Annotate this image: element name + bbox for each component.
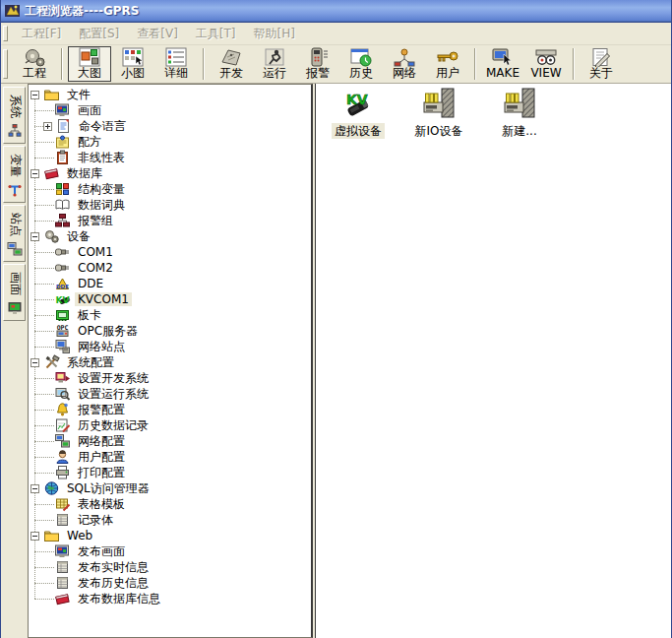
tree-item-label: 板卡 [75,308,104,322]
tree-expander[interactable] [31,358,39,367]
toolbar-button-alarm[interactable]: 报警 [296,46,339,82]
board-icon [54,307,71,323]
tree-item[interactable]: 历史数据记录 [29,417,311,433]
menu-item-project[interactable]: 工程[F] [13,23,70,44]
tree-item[interactable]: 板卡 [29,307,311,323]
tree-item[interactable]: 设置运行系统 [29,386,311,402]
toolbar-button-make[interactable]: MAKE [481,46,524,82]
tree-expander[interactable] [43,122,52,131]
tb-make-icon [490,47,516,67]
toolbar-button-run[interactable]: 运行 [253,46,296,82]
sidebar-tab-screen[interactable]: 画面 [3,264,26,321]
tree-item[interactable]: 结构变量 [29,181,311,197]
toolbar-grip[interactable] [3,49,8,79]
tree-item[interactable]: 记录体 [29,512,311,528]
menu-item-help[interactable]: 帮助[H] [245,23,304,44]
menu-item-tools[interactable]: 工具[T] [187,23,245,44]
toolbar-button-large-icons[interactable]: 大图 [68,46,111,82]
device-list: KV虚拟设备新IO设备新建... [315,84,671,638]
tree-item[interactable]: 数据库 [29,165,311,181]
tree-expander[interactable] [31,91,39,99]
tree-item[interactable]: OPCOPC服务器 [29,323,311,339]
tree-item-label: 画面 [75,103,104,117]
tree-item[interactable]: 配方 [29,134,311,150]
tree-item[interactable]: 网络站点 [29,339,311,354]
tree-item[interactable]: 画面 [29,102,311,118]
toolbar-button-history[interactable]: 历史 [339,46,383,82]
tb-network-icon [392,47,417,67]
tree-item[interactable]: 打印配置 [29,465,311,480]
tree-item[interactable]: 系统配置 [29,354,311,370]
tree-item[interactable]: 发布实时信息 [29,559,311,575]
toolbar-separator [61,48,63,80]
tree-item[interactable]: 发布画面 [29,543,311,559]
toolbar-button-label: 用户 [436,67,459,80]
tree-connector [34,142,54,143]
book-red-icon [43,165,60,181]
tree-item-label: 命令语言 [76,119,129,133]
device-item-label: 新IO设备 [412,123,466,139]
tree-item-label: 数据词典 [75,198,128,212]
tree-item[interactable]: 设置开发系统 [29,370,311,386]
sidebar-tab-variable[interactable]: 变量 [3,146,26,203]
tree-expander[interactable] [31,232,39,241]
device-item[interactable]: 新建... [479,88,560,139]
tree-item-label: COM1 [75,245,116,259]
menu-item-config[interactable]: 配置[S] [70,23,128,44]
tree-item[interactable]: 非线性表 [29,150,311,165]
tree-item[interactable]: 表格模板 [29,496,311,512]
toolbar-button-view[interactable]: VIEW [524,46,568,82]
tree-item[interactable]: KVKVCOM1 [29,291,311,307]
sidebar-tab-label-box: 画面 [4,270,25,297]
tb-project-icon [22,47,47,67]
tree-connector [34,425,54,426]
folder-icon [43,528,60,543]
tree-expander[interactable] [31,169,39,178]
device-item[interactable]: 新IO设备 [398,88,479,139]
tree-item[interactable]: 数据词典 [29,197,311,213]
toolbar-button-develop[interactable]: 开发 [210,46,253,82]
sidebar-tab-system[interactable]: 系统 [3,87,26,144]
tree-item[interactable]: 文件 [29,87,311,102]
menubar: 工程[F]配置[S]查看[V]工具[T]帮助[H] [1,23,671,45]
tree-expander[interactable] [31,532,39,541]
tree-item[interactable]: COM1 [29,244,311,260]
toolbar-button-label: VIEW [530,67,561,80]
toolbar-button-about[interactable]: 关于 [580,46,623,82]
toolbar-button-project[interactable]: 工程 [13,46,56,82]
tree-item-label: 记录体 [75,513,116,527]
toolbar-button-user[interactable]: 用户 [426,46,469,82]
tree-item[interactable]: 发布数据库信息 [29,591,311,606]
tree-connector [34,473,54,474]
tree-item-label: 结构变量 [75,182,128,196]
tree-item-label: 报警组 [75,214,116,227]
sidebar-tab-station[interactable]: 站点 [3,205,26,262]
menubar-grip[interactable] [3,26,8,41]
tree-item[interactable]: 报警组 [29,213,311,228]
tree-item[interactable]: DDEDDE [29,276,311,291]
runsys-icon [54,386,71,402]
kv-icon: KV [54,291,71,307]
toolbar-button-details[interactable]: 详细 [154,46,198,82]
toolbar-button-network[interactable]: 网络 [383,46,426,82]
toolbar-button-label: 开发 [219,67,243,80]
tree-item-label: 数据库 [64,166,105,180]
tree-item[interactable]: 网络配置 [29,433,311,449]
tree-item[interactable]: Web [29,528,311,543]
app-window: 工程浏览器----GPRS 工程[F]配置[S]查看[V]工具[T]帮助[H] … [0,0,672,638]
toolbar-separator [203,48,205,80]
tree-item[interactable]: 报警配置 [29,402,311,417]
tb-large-icon [77,47,102,67]
tree-item[interactable]: COM2 [29,260,311,276]
tree-expander[interactable] [31,484,39,493]
tree-item[interactable]: 设备 [29,228,311,244]
device-item[interactable]: KV虚拟设备 [318,88,398,139]
toolbar-button-label: 运行 [263,67,286,80]
tree-item[interactable]: 用户配置 [29,449,311,465]
tree-item[interactable]: SQL访问管理器 [29,480,311,496]
tree-item[interactable]: 命令语言 [29,118,311,134]
app-icon[interactable] [5,3,21,19]
tree-item[interactable]: 发布历史信息 [29,575,311,591]
menu-item-view[interactable]: 查看[V] [128,23,187,44]
toolbar-button-small-icons[interactable]: 小图 [111,46,154,82]
